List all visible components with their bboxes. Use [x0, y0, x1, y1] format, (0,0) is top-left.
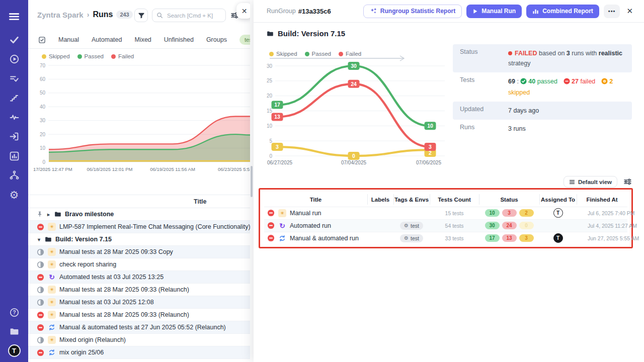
- tests-value: 69 : 40 passed27 failed2 skipped: [508, 76, 632, 98]
- area-x-tick: 06/18/2025 12:01 PM: [85, 166, 135, 172]
- sidebar-item-activity[interactable]: [0, 108, 28, 127]
- manual-run-icon: ✳: [48, 336, 56, 344]
- sidebar-item-help[interactable]: ?: [0, 303, 28, 322]
- scrollbar[interactable]: [250, 0, 254, 362]
- folder-icon: [267, 30, 274, 37]
- run-title: LMP-587 Implement Real-Time Chat Messagi…: [59, 223, 250, 230]
- table-row[interactable]: Manual & automated run⚙test33 tests17133…: [264, 232, 627, 245]
- run-list-item[interactable]: ✳Mixed origin (Relaunch): [28, 334, 250, 346]
- tab-filter-pill[interactable]: test work: [239, 35, 250, 45]
- tab-unfinished[interactable]: Unfinished: [164, 36, 194, 43]
- default-view-button[interactable]: Default view: [564, 176, 617, 188]
- breadcrumb-app[interactable]: Zyntra Spark: [37, 11, 84, 19]
- svg-text:5: 5: [269, 138, 272, 144]
- tab-all-runs-icon[interactable]: [38, 36, 46, 44]
- highlight-annotation: TitleLabelsTags & EnvsTests CountStatusA…: [259, 188, 633, 248]
- svg-text:0: 0: [269, 153, 272, 159]
- tag-pill[interactable]: ⚙test: [400, 234, 423, 242]
- column-header-tests-count[interactable]: Tests Count: [430, 192, 479, 207]
- sidebar-item-settings[interactable]: ⚙: [0, 185, 28, 205]
- svg-text:13: 13: [274, 114, 280, 120]
- column-header-finished-at[interactable]: Finished At: [577, 192, 627, 207]
- tag-pill[interactable]: ⚙test: [400, 222, 423, 230]
- passed-check-icon: [520, 79, 527, 86]
- sidebar-item-runs[interactable]: [0, 50, 28, 69]
- rungroup-details: Status FAILED based on 3 runs with reali…: [453, 44, 632, 138]
- chevron-right-icon[interactable]: ▸: [46, 212, 51, 217]
- column-header-assigned-to[interactable]: Assigned To: [539, 192, 577, 207]
- run-list-item[interactable]: ▾Build: Version 7.15: [28, 233, 250, 246]
- breadcrumb-separator: ›: [87, 11, 90, 19]
- tab-groups[interactable]: Groups: [206, 36, 227, 43]
- run-list-item[interactable]: mix origin 25/06: [28, 346, 250, 359]
- run-list-item[interactable]: ↻Automated tests at 03 Jul 2025 13:25: [28, 271, 250, 284]
- manual-run-icon: ✳: [278, 209, 286, 217]
- detail-row-status: Status FAILED based on 3 runs with reali…: [453, 44, 632, 72]
- column-header-tags-envs[interactable]: Tags & Envs: [393, 192, 430, 207]
- svg-text:0: 0: [352, 153, 355, 159]
- assignee-avatar[interactable]: T: [553, 208, 563, 218]
- status-pill-green: 10: [485, 209, 500, 217]
- table-row[interactable]: ✳Manual run15 tests1032TJul 6, 2025 7:40…: [264, 207, 627, 220]
- build-heading: Build: Version 7.15: [267, 29, 345, 38]
- runs-panel: Zyntra Spark › Runs 243 ✕ ManualAutomate…: [28, 0, 250, 362]
- close-icon[interactable]: ✕: [626, 7, 633, 16]
- table-row[interactable]: ↻Automated run⚙test54 tests30240Jul 4, 2…: [264, 220, 627, 232]
- svg-text:30: 30: [267, 63, 273, 69]
- failed-dot-icon: [508, 51, 512, 55]
- run-list-item[interactable]: ✳Manual tests at 03 Jul 2025 12:08: [28, 296, 250, 309]
- sidebar: ⚙?T: [0, 0, 28, 362]
- run-title: mix origin 25/06: [59, 349, 104, 356]
- assignee-avatar[interactable]: T: [553, 233, 563, 243]
- run-list-item[interactable]: ✳Manual tests at 28 Mar 2025 09:33 (Rela…: [28, 284, 250, 296]
- sidebar-item-reports[interactable]: [0, 146, 28, 166]
- column-header-title[interactable]: Title: [264, 192, 367, 207]
- run-list-item[interactable]: ✳Manual tests at 28 Mar 2025 09:33 Copy: [28, 246, 250, 258]
- rungroup-panel: RunGroup #13a335c6 Rungroup Statistic Re…: [254, 0, 644, 362]
- line-x-tick: 07/06/2025: [391, 160, 441, 165]
- tab-automated[interactable]: Automated: [92, 36, 122, 43]
- sidebar-item-main-menu[interactable]: [0, 6, 28, 27]
- filter-button[interactable]: [134, 9, 148, 22]
- sidebar-item-integrations[interactable]: [0, 166, 28, 186]
- status-pill-green: 30: [485, 222, 500, 229]
- chevron-down-icon[interactable]: ▾: [37, 237, 41, 242]
- status-pills: 1032: [479, 209, 539, 217]
- user-avatar[interactable]: T: [8, 344, 21, 357]
- runs-value: 3 runs: [508, 124, 632, 134]
- tab-manual[interactable]: Manual: [58, 36, 79, 43]
- rungroup-statistic-report-button[interactable]: Rungroup Statistic Report: [363, 5, 462, 18]
- sidebar-item-test-cases[interactable]: [0, 30, 28, 50]
- svg-text:70: 70: [40, 63, 46, 68]
- search-input[interactable]: [166, 12, 221, 19]
- run-list-item[interactable]: ▸Bravo milestone: [28, 208, 250, 221]
- page-title: Runs: [93, 10, 113, 19]
- svg-text:30: 30: [351, 63, 357, 69]
- legend-dot-failed: [111, 54, 116, 59]
- run-title: Manual & automated tests at 27 Jun 2025 …: [59, 324, 226, 331]
- sparkles-icon: [370, 8, 377, 15]
- more-actions-button[interactable]: •••: [604, 5, 620, 18]
- scrollbar-thumb[interactable]: [251, 166, 253, 197]
- sidebar-item-projects[interactable]: [0, 322, 28, 342]
- run-list-item[interactable]: ✳LMP-587 Implement Real-Time Chat Messag…: [28, 221, 250, 233]
- table-settings-icon[interactable]: [623, 177, 632, 186]
- sidebar-item-milestones[interactable]: [0, 88, 28, 108]
- combined-report-button[interactable]: Combined Report: [526, 5, 599, 18]
- column-header-labels[interactable]: Labels: [367, 192, 393, 207]
- column-header-status[interactable]: Status: [479, 192, 539, 207]
- tab-mixed[interactable]: Mixed: [134, 36, 151, 43]
- sidebar-item-inbox[interactable]: [0, 127, 28, 147]
- svg-text:15: 15: [267, 108, 273, 114]
- sidebar-item-checklists[interactable]: [0, 69, 28, 88]
- panel-close-button[interactable]: ✕: [236, 3, 250, 19]
- run-list-item[interactable]: ✳check report sharing: [28, 258, 250, 271]
- status-pill-red: 24: [502, 222, 517, 229]
- run-title: Automated run: [290, 222, 331, 229]
- manual-run-button[interactable]: Manual Run: [466, 5, 522, 18]
- run-list-item[interactable]: Manual & automated tests at 27 Jun 2025 …: [28, 321, 250, 334]
- checklists-icon: [10, 74, 19, 83]
- run-list-item[interactable]: ✳Manual tests at 28 Mar 2025 09:33 (Rela…: [28, 309, 250, 321]
- reports-icon: [10, 151, 19, 161]
- failed-status-icon: [37, 311, 44, 319]
